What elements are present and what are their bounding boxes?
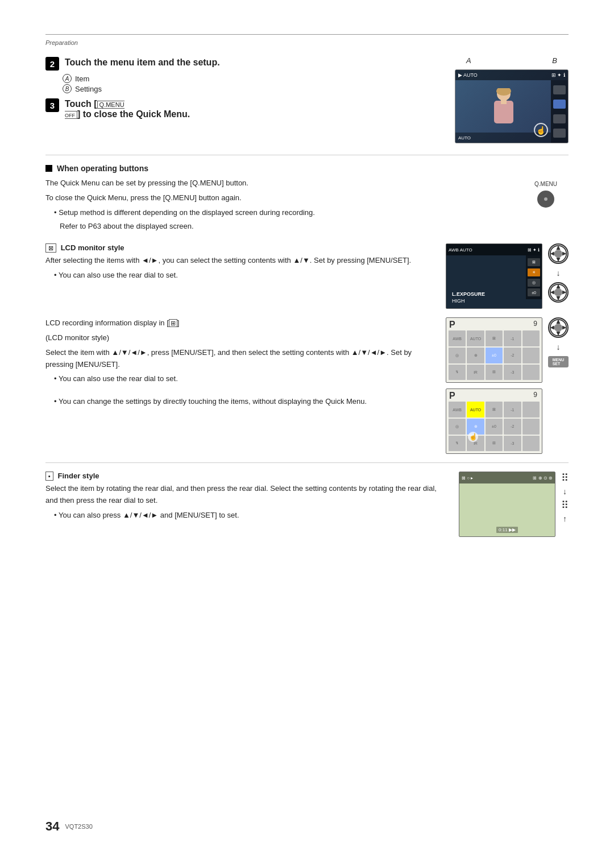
nav-dial-icon-2 (548, 282, 569, 303)
grid-cell: ↯ (449, 436, 466, 452)
menu-item-3 (553, 114, 566, 123)
finder-dials: ⠿ ↓ ⠿ ↑ (561, 472, 569, 523)
finder-style-indicator: ▪ Finder style (45, 472, 447, 480)
step2-num: 2 (45, 57, 59, 71)
item-a-text: Item (75, 75, 89, 83)
step2-block: 2 Touch the menu item and the setup. (45, 56, 426, 71)
cam-top-info-1: AWB AUTO ⊠ ✦ ℹ (446, 244, 542, 255)
left-col: 2 Touch the menu item and the setup. A I… (45, 56, 426, 143)
camera-preview-inner: ▶ AUTO ⊞ ✦ ℹ (455, 70, 568, 143)
dial-col-2: ↓ MENUSET (548, 317, 569, 367)
grid-cell: ⊠ (486, 330, 503, 346)
cam-img-finder: ⊠ ○ ▸ ⊞ ⊕ ⊙ ⊛ 0:11 ▶▶ (459, 472, 555, 537)
menu-item-2 (553, 100, 566, 109)
cam-grid-1: AWB AUTO ⊠ -1 ◎ ⊕ ±0 -2 ↯ iR ⊞ -3 (449, 330, 540, 380)
touch-finger-cam: ☝ (468, 432, 478, 442)
operating-line2: To close the Quick Menu, press the [Q.ME… (45, 192, 512, 204)
grid-cell: ↯ (449, 365, 466, 381)
lcd-recording-bullet1: You can also use the rear dial to set. (54, 373, 434, 385)
page-number: 34 (45, 819, 59, 834)
lcd-monitor-right: AWB AUTO ⊠ ✦ ℹ ⊠ ☀ ◎ ±0 L.EXPOSURE HIGH (446, 243, 569, 309)
item-b-row: B Settings (63, 84, 426, 93)
side-item-1: ⊠ (528, 258, 540, 266)
black-square-icon (45, 165, 52, 172)
qmenu-label: Q.MENU (534, 181, 557, 187)
menu-set-button: MENUSET (548, 356, 569, 367)
nav-dial-svg-2 (549, 282, 567, 303)
side-item-3: ◎ (528, 279, 540, 287)
lcd-indicator-box: ⊠ (45, 243, 56, 253)
camera-right-menu (551, 80, 568, 143)
grid-cell: -2 (504, 348, 521, 363)
scroll-down-icon: ⠿ (561, 499, 569, 511)
grid-cell (522, 348, 540, 363)
finder-section: ▪ Finder style Select the item by rotati… (45, 472, 569, 537)
finder-left: ▪ Finder style Select the item by rotati… (45, 472, 447, 537)
divider-1 (45, 155, 569, 155)
scroll-up-arrow: ↑ (563, 514, 567, 523)
grid-cell-active: ±0 (486, 348, 503, 363)
lcd-monitor-left: ⊠ LCD monitor style After selecting the … (45, 243, 434, 309)
finder-style-text: Finder style (58, 472, 99, 480)
grid-cell: ⊞ (486, 365, 503, 381)
svg-rect-3 (501, 100, 507, 104)
top-section: 2 Touch the menu item and the setup. A I… (45, 56, 569, 143)
cam-side-menu-1: ⊠ ☀ ◎ ±0 (526, 255, 542, 299)
svg-point-17 (554, 324, 562, 332)
grid-cell: -3 (504, 436, 521, 452)
operating-section: When operating buttons The Quick Menu ca… (45, 164, 569, 235)
dial-col-1: ↓ (548, 243, 569, 303)
lcd-recording-body: Select the item with ▲/▼/◄/►, press [MEN… (45, 347, 434, 371)
touch-finger-icon: ☝ (536, 126, 546, 135)
p-label-1: P (449, 320, 455, 330)
cam-img-exposure: AWB AUTO ⊠ ✦ ℹ ⊠ ☀ ◎ ±0 L.EXPOSURE HIGH (446, 243, 542, 309)
label-b: B (552, 56, 557, 65)
finder-timer: 0:11 ▶▶ (496, 527, 518, 533)
grid-cell: ⊞ (486, 436, 503, 452)
grid-cell: ±0 (486, 419, 503, 435)
item-a-row: A Item (63, 74, 426, 83)
camera-top-bar: ▶ AUTO ⊞ ✦ ℹ (455, 70, 568, 80)
down-arrow-icon-1: ↓ (557, 268, 561, 278)
ab-labels: A B (455, 56, 569, 67)
right-col: A B ▶ AUTO ⊞ ✦ ℹ (443, 56, 569, 143)
cam-row-2: P 9 AWB AUTO ⊠ -1 ◎ ⊕ ±0 -2 ↯ (446, 317, 569, 383)
page-code: VQT2S30 (65, 823, 92, 830)
step3-block: 3 Touch [Q.MENUOFF] to close the Quick M… (45, 98, 426, 119)
p-label-2: P (449, 391, 455, 401)
lcd-style-body: After selecting the items with ◄/►, you … (45, 255, 434, 267)
camera-preview-image: ▶ AUTO ⊞ ✦ ℹ (455, 69, 569, 143)
operating-header: When operating buttons (45, 164, 512, 173)
cam-row-3: P 9 AWB AUTO ⊠ -1 ◎ ⊕ ±0 -2 ↯ (446, 388, 569, 454)
operating-bullet1: Setup method is different depending on t… (54, 207, 512, 219)
lcd-style-text: LCD monitor style (61, 243, 125, 252)
operating-line1: The Quick Menu can be set by pressing th… (45, 177, 512, 189)
num-label-2: 9 (533, 391, 537, 399)
nav-dial-icon-1 (548, 243, 569, 264)
grid-cell (522, 402, 540, 418)
grid-cell: ⊕ (467, 348, 484, 363)
nav-dial-svg-1 (549, 243, 567, 264)
lcd-recording-header: LCD recording information display in [⊞] (45, 317, 434, 329)
finder-bullet1: You can also press ▲/▼/◄/► and [MENU/SET… (54, 510, 447, 522)
lcd-recording-left: LCD recording information display in [⊞]… (45, 317, 434, 454)
grid-cell: ⊠ (486, 402, 503, 418)
finder-indicator-box: ▪ (45, 472, 53, 481)
cam-img-grid: P 9 AWB AUTO ⊠ -1 ◎ ⊕ ±0 -2 ↯ (446, 317, 542, 383)
cam-img-touch: P 9 AWB AUTO ⊠ -1 ◎ ⊕ ±0 -2 ↯ (446, 388, 542, 454)
nav-dial-icon-3 (548, 317, 569, 338)
grid-cell: iR (467, 365, 484, 381)
page-footer: 34 VQT2S30 (45, 819, 93, 834)
scroll-up-icon: ⠿ (561, 472, 569, 484)
grid-cell (522, 436, 540, 452)
circle-b: B (63, 84, 72, 93)
qmenu-dot (544, 197, 547, 201)
exposure-label-text: L.EXPOSURE (452, 291, 485, 297)
finder-body: Select the item by rotating the rear dia… (45, 483, 447, 507)
grid-cell: -3 (504, 365, 521, 381)
num-label-1: 9 (533, 320, 537, 328)
grid-cell (522, 365, 540, 381)
lcd-monitor-section: ⊠ LCD monitor style After selecting the … (45, 243, 569, 309)
qmenu-section: Q.MENU (523, 164, 569, 235)
cam-finder-top: ⊠ ○ ▸ ⊞ ⊕ ⊙ ⊛ (459, 472, 555, 483)
